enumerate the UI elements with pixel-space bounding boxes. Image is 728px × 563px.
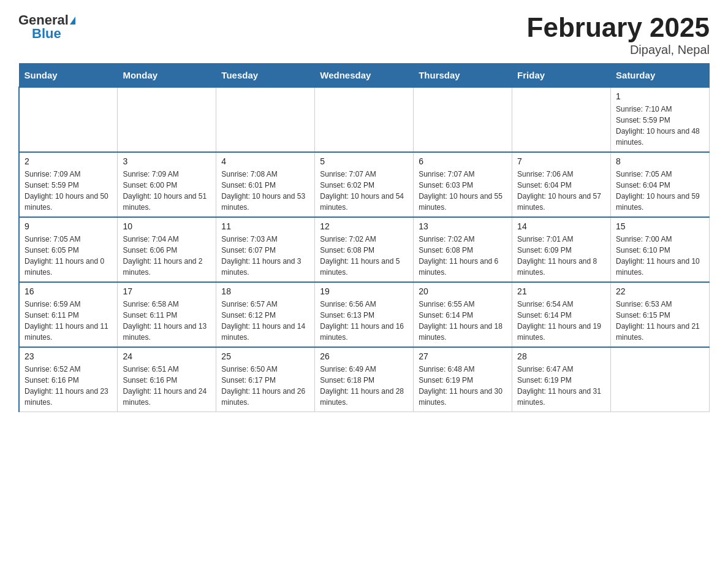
day-info: Sunrise: 6:52 AM Sunset: 6:16 PM Dayligh…: [25, 364, 112, 408]
calendar-cell: 26Sunrise: 6:49 AM Sunset: 6:18 PM Dayli…: [315, 347, 414, 412]
calendar-cell: [19, 87, 118, 152]
calendar-cell: 16Sunrise: 6:59 AM Sunset: 6:11 PM Dayli…: [19, 282, 118, 347]
day-number: 26: [320, 351, 408, 361]
calendar-table: SundayMondayTuesdayWednesdayThursdayFrid…: [18, 63, 710, 412]
day-info: Sunrise: 7:02 AM Sunset: 6:08 PM Dayligh…: [320, 234, 408, 278]
calendar-cell: 17Sunrise: 6:58 AM Sunset: 6:11 PM Dayli…: [118, 282, 216, 347]
calendar-cell: [315, 87, 414, 152]
calendar-cell: 14Sunrise: 7:01 AM Sunset: 6:09 PM Dayli…: [512, 217, 611, 282]
day-number: 16: [25, 286, 112, 296]
calendar-cell: 23Sunrise: 6:52 AM Sunset: 6:16 PM Dayli…: [19, 347, 118, 412]
day-number: 13: [419, 221, 507, 231]
day-info: Sunrise: 6:49 AM Sunset: 6:18 PM Dayligh…: [320, 364, 408, 408]
day-number: 22: [616, 286, 704, 296]
day-info: Sunrise: 6:58 AM Sunset: 6:11 PM Dayligh…: [123, 299, 211, 343]
header-day-wednesday: Wednesday: [315, 64, 414, 88]
day-number: 7: [517, 156, 605, 166]
calendar-cell: 19Sunrise: 6:56 AM Sunset: 6:13 PM Dayli…: [315, 282, 414, 347]
calendar-week-1: 1Sunrise: 7:10 AM Sunset: 5:59 PM Daylig…: [19, 87, 710, 152]
day-info: Sunrise: 7:05 AM Sunset: 6:04 PM Dayligh…: [616, 169, 704, 213]
day-info: Sunrise: 6:56 AM Sunset: 6:13 PM Dayligh…: [320, 299, 408, 343]
day-number: 21: [517, 286, 605, 296]
day-number: 14: [517, 221, 605, 231]
day-number: 28: [517, 351, 605, 361]
header-day-friday: Friday: [512, 64, 611, 88]
title-block: February 2025 Dipayal, Nepal: [527, 12, 710, 57]
day-number: 6: [419, 156, 507, 166]
day-info: Sunrise: 7:10 AM Sunset: 5:59 PM Dayligh…: [616, 104, 704, 148]
day-number: 23: [25, 351, 112, 361]
day-number: 2: [25, 156, 112, 166]
calendar-cell: 5Sunrise: 7:07 AM Sunset: 6:02 PM Daylig…: [315, 152, 414, 217]
day-number: 25: [221, 351, 309, 361]
calendar-cell: 22Sunrise: 6:53 AM Sunset: 6:15 PM Dayli…: [611, 282, 710, 347]
logo-blue-text: Blue: [32, 26, 61, 42]
calendar-subtitle: Dipayal, Nepal: [527, 43, 710, 57]
day-number: 17: [123, 286, 211, 296]
day-number: 18: [221, 286, 309, 296]
day-info: Sunrise: 6:48 AM Sunset: 6:19 PM Dayligh…: [419, 364, 507, 408]
calendar-cell: 6Sunrise: 7:07 AM Sunset: 6:03 PM Daylig…: [414, 152, 512, 217]
day-number: 3: [123, 156, 211, 166]
page-header: General Blue February 2025 Dipayal, Nepa…: [18, 12, 710, 57]
day-number: 15: [616, 221, 704, 231]
day-info: Sunrise: 6:59 AM Sunset: 6:11 PM Dayligh…: [25, 299, 112, 343]
day-info: Sunrise: 7:09 AM Sunset: 5:59 PM Dayligh…: [25, 169, 112, 213]
day-info: Sunrise: 7:07 AM Sunset: 6:03 PM Dayligh…: [419, 169, 507, 213]
day-info: Sunrise: 7:03 AM Sunset: 6:07 PM Dayligh…: [221, 234, 309, 278]
calendar-title: February 2025: [527, 12, 710, 43]
day-info: Sunrise: 7:06 AM Sunset: 6:04 PM Dayligh…: [517, 169, 605, 213]
day-number: 27: [419, 351, 507, 361]
day-info: Sunrise: 6:54 AM Sunset: 6:14 PM Dayligh…: [517, 299, 605, 343]
calendar-cell: 25Sunrise: 6:50 AM Sunset: 6:17 PM Dayli…: [216, 347, 315, 412]
calendar-cell: 4Sunrise: 7:08 AM Sunset: 6:01 PM Daylig…: [216, 152, 315, 217]
day-number: 10: [123, 221, 211, 231]
day-info: Sunrise: 6:51 AM Sunset: 6:16 PM Dayligh…: [123, 364, 211, 408]
calendar-cell: 27Sunrise: 6:48 AM Sunset: 6:19 PM Dayli…: [414, 347, 512, 412]
calendar-cell: 9Sunrise: 7:05 AM Sunset: 6:05 PM Daylig…: [19, 217, 118, 282]
day-number: 24: [123, 351, 211, 361]
calendar-cell: [512, 87, 611, 152]
day-info: Sunrise: 7:08 AM Sunset: 6:01 PM Dayligh…: [221, 169, 309, 213]
calendar-cell: 18Sunrise: 6:57 AM Sunset: 6:12 PM Dayli…: [216, 282, 315, 347]
day-info: Sunrise: 7:09 AM Sunset: 6:00 PM Dayligh…: [123, 169, 211, 213]
day-number: 1: [616, 91, 704, 101]
calendar-week-3: 9Sunrise: 7:05 AM Sunset: 6:05 PM Daylig…: [19, 217, 710, 282]
calendar-cell: 13Sunrise: 7:02 AM Sunset: 6:08 PM Dayli…: [414, 217, 512, 282]
calendar-week-2: 2Sunrise: 7:09 AM Sunset: 5:59 PM Daylig…: [19, 152, 710, 217]
day-info: Sunrise: 7:04 AM Sunset: 6:06 PM Dayligh…: [123, 234, 211, 278]
calendar-cell: 21Sunrise: 6:54 AM Sunset: 6:14 PM Dayli…: [512, 282, 611, 347]
calendar-cell: 11Sunrise: 7:03 AM Sunset: 6:07 PM Dayli…: [216, 217, 315, 282]
day-number: 4: [221, 156, 309, 166]
calendar-cell: 12Sunrise: 7:02 AM Sunset: 6:08 PM Dayli…: [315, 217, 414, 282]
header-day-thursday: Thursday: [414, 64, 512, 88]
calendar-cell: 7Sunrise: 7:06 AM Sunset: 6:04 PM Daylig…: [512, 152, 611, 217]
calendar-cell: 24Sunrise: 6:51 AM Sunset: 6:16 PM Dayli…: [118, 347, 216, 412]
day-number: 5: [320, 156, 408, 166]
day-info: Sunrise: 7:07 AM Sunset: 6:02 PM Dayligh…: [320, 169, 408, 213]
day-info: Sunrise: 7:05 AM Sunset: 6:05 PM Dayligh…: [25, 234, 112, 278]
calendar-cell: [118, 87, 216, 152]
calendar-header-row: SundayMondayTuesdayWednesdayThursdayFrid…: [19, 64, 710, 88]
day-info: Sunrise: 6:53 AM Sunset: 6:15 PM Dayligh…: [616, 299, 704, 343]
day-info: Sunrise: 7:00 AM Sunset: 6:10 PM Dayligh…: [616, 234, 704, 278]
calendar-cell: [611, 347, 710, 412]
calendar-cell: 8Sunrise: 7:05 AM Sunset: 6:04 PM Daylig…: [611, 152, 710, 217]
day-info: Sunrise: 6:55 AM Sunset: 6:14 PM Dayligh…: [419, 299, 507, 343]
calendar-cell: 2Sunrise: 7:09 AM Sunset: 5:59 PM Daylig…: [19, 152, 118, 217]
header-day-saturday: Saturday: [611, 64, 710, 88]
calendar-cell: [216, 87, 315, 152]
header-day-sunday: Sunday: [19, 64, 118, 88]
calendar-cell: 1Sunrise: 7:10 AM Sunset: 5:59 PM Daylig…: [611, 87, 710, 152]
day-number: 11: [221, 221, 309, 231]
day-number: 9: [25, 221, 112, 231]
calendar-week-4: 16Sunrise: 6:59 AM Sunset: 6:11 PM Dayli…: [19, 282, 710, 347]
calendar-cell: 10Sunrise: 7:04 AM Sunset: 6:06 PM Dayli…: [118, 217, 216, 282]
header-day-monday: Monday: [118, 64, 216, 88]
day-info: Sunrise: 7:01 AM Sunset: 6:09 PM Dayligh…: [517, 234, 605, 278]
calendar-cell: 15Sunrise: 7:00 AM Sunset: 6:10 PM Dayli…: [611, 217, 710, 282]
day-number: 19: [320, 286, 408, 296]
calendar-week-5: 23Sunrise: 6:52 AM Sunset: 6:16 PM Dayli…: [19, 347, 710, 412]
calendar-cell: 28Sunrise: 6:47 AM Sunset: 6:19 PM Dayli…: [512, 347, 611, 412]
day-info: Sunrise: 6:57 AM Sunset: 6:12 PM Dayligh…: [221, 299, 309, 343]
